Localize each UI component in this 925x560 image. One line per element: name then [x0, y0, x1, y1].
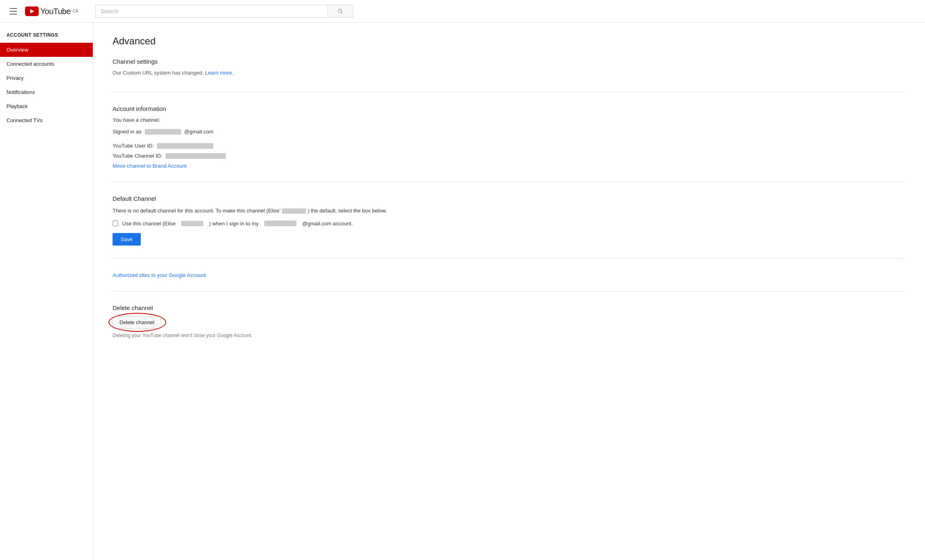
search-input[interactable]	[95, 5, 328, 18]
channel-name-redacted-1	[282, 208, 306, 214]
email-suffix: @gmail.com	[184, 129, 213, 135]
default-channel-desc-suffix: ) the default, select the box below.	[307, 208, 387, 214]
channel-id-row: YouTube Channel ID:	[113, 153, 906, 159]
logo-ca: CA	[73, 9, 78, 13]
default-channel-title: Default Channel	[113, 195, 906, 202]
channel-settings-title: Channel settings	[113, 58, 906, 65]
page-title: Advanced	[113, 35, 906, 47]
channel-id-redacted	[165, 153, 226, 159]
channel-settings-desc-text: Our Custom URL system has changed.	[113, 70, 204, 76]
channel-settings-section: Channel settings Our Custom URL system h…	[113, 58, 906, 92]
delete-channel-note: Deleting your YouTube channel won't clos…	[113, 333, 906, 338]
you-have-channel-text: You have a channel.	[113, 117, 906, 123]
learn-more-link[interactable]: Learn more.	[205, 70, 233, 76]
main-layout: ACCOUNT SETTINGS Overview Connected acco…	[0, 23, 925, 560]
youtube-logo-icon	[25, 6, 39, 16]
channel-id-label: YouTube Channel ID:	[113, 153, 162, 159]
header-left: YouTubeCA	[6, 5, 95, 18]
logo-container: YouTubeCA	[25, 6, 78, 16]
sidebar-item-notifications[interactable]: Notifications	[0, 85, 93, 99]
spacer	[113, 139, 906, 143]
delete-channel-section: Delete channel Delete channel Deleting y…	[113, 304, 906, 351]
delete-channel-button[interactable]: Delete channel	[113, 316, 161, 329]
hamburger-icon[interactable]	[6, 5, 20, 18]
sidebar-section-title: ACCOUNT SETTINGS	[0, 29, 93, 43]
main-content: Advanced Channel settings Our Custom URL…	[93, 23, 925, 560]
sidebar-item-privacy[interactable]: Privacy	[0, 71, 93, 85]
search-container	[95, 5, 353, 18]
user-id-redacted	[157, 143, 213, 149]
svg-line-3	[341, 12, 343, 13]
sidebar-item-connected-tvs[interactable]: Connected TVs	[0, 113, 93, 127]
signed-in-row: Signed in as @gmail.com	[113, 129, 906, 135]
checkbox-label-suffix: @gmail.com account.	[302, 221, 353, 227]
default-channel-desc: There is no default channel for this acc…	[113, 207, 906, 215]
default-channel-checkbox[interactable]	[113, 221, 118, 226]
account-information-title: Account information	[113, 105, 906, 112]
sidebar-item-playback[interactable]: Playback	[0, 99, 93, 113]
email-redacted	[145, 129, 181, 135]
delete-channel-title: Delete channel	[113, 304, 906, 311]
search-icon	[337, 8, 344, 15]
logo-text: YouTube	[40, 7, 71, 15]
sidebar-item-overview[interactable]: Overview	[0, 43, 93, 57]
search-button[interactable]	[328, 5, 353, 18]
svg-point-2	[338, 9, 342, 12]
delete-channel-button-wrap: Delete channel	[113, 316, 161, 329]
account-information-section: Account information You have a channel. …	[113, 105, 906, 182]
sidebar: ACCOUNT SETTINGS Overview Connected acco…	[0, 23, 93, 560]
authorized-sites-section: Authorized sites to your Google Account	[113, 272, 906, 291]
checkbox-label-middle: ) when I sign in to my	[209, 221, 259, 227]
default-channel-section: Default Channel There is no default chan…	[113, 195, 906, 259]
default-channel-desc-prefix: There is no default channel for this acc…	[113, 208, 280, 214]
sidebar-item-connected-accounts[interactable]: Connected accounts	[0, 57, 93, 71]
channel-settings-desc: Our Custom URL system has changed. Learn…	[113, 70, 906, 76]
move-channel-link[interactable]: Move channel to Brand Account	[113, 163, 906, 169]
authorized-sites-link[interactable]: Authorized sites to your Google Account	[113, 272, 206, 278]
save-button[interactable]: Save	[113, 233, 141, 246]
checkbox-label-prefix: Use this channel (Elise	[122, 221, 175, 227]
checkbox-row: Use this channel (Elise ) when I sign in…	[113, 221, 906, 227]
user-id-label: YouTube User ID:	[113, 143, 154, 149]
header: YouTubeCA	[0, 0, 925, 23]
channel-name-redacted-2	[181, 221, 203, 226]
account-redacted	[264, 221, 297, 226]
user-id-row: YouTube User ID:	[113, 143, 906, 149]
signed-in-label: Signed in as	[113, 129, 142, 135]
